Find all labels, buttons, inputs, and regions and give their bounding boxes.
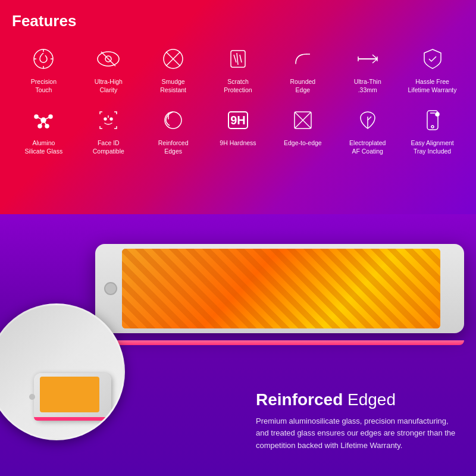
corner-device-screen xyxy=(40,377,99,412)
svg-point-0 xyxy=(34,49,53,68)
svg-line-8 xyxy=(234,55,236,62)
reinforced-icon xyxy=(158,105,189,136)
reinforced-heading-bold: Reinforced xyxy=(256,390,343,409)
alignment-label: Easy AlignmentTray Included xyxy=(411,139,453,155)
feature-smudge: SmudgeResistant xyxy=(142,41,205,96)
circle-inner xyxy=(0,305,123,439)
corner-device xyxy=(34,373,111,421)
svg-point-36 xyxy=(436,112,439,116)
touch-icon xyxy=(28,43,59,74)
svg-point-26 xyxy=(165,112,181,129)
phone-icon xyxy=(417,105,448,136)
svg-point-34 xyxy=(431,126,434,128)
rounded-label: RoundedEdge xyxy=(290,78,316,94)
svg-text:9H: 9H xyxy=(230,114,246,127)
features-row1: PrecisionTouch Ultra-HighClarity SmudgeR… xyxy=(12,41,464,96)
svg-line-9 xyxy=(237,53,238,65)
svg-point-24 xyxy=(110,118,112,120)
reinforced-heading-light: Edged xyxy=(343,390,396,409)
ipad-screen xyxy=(122,249,440,328)
scratch-icon xyxy=(223,43,253,74)
feature-ultrathin: Ultra-Thin.33mm xyxy=(336,41,399,96)
reinforced-description: Premium aluminosilicate glass, precision… xyxy=(256,415,458,452)
hassle-label: Hassle FreeLifetime Warranty xyxy=(408,78,457,94)
ultra-clarity-label: Ultra-HighClarity xyxy=(95,78,123,94)
smudge-icon xyxy=(158,43,189,74)
features-title: Features xyxy=(12,12,464,30)
alumino-label: AluminoSilicate Glass xyxy=(25,139,63,155)
edgetoedge-icon xyxy=(287,105,318,136)
ipad-screen-art xyxy=(122,249,440,328)
feature-edge: Edge-to-edge xyxy=(271,102,334,158)
corner-device-pink xyxy=(34,417,111,421)
corner-device-button xyxy=(29,394,35,400)
9h-icon: 9H xyxy=(223,105,253,136)
electroplated-label: ElectroplatedAF Coating xyxy=(349,139,386,155)
eye-icon xyxy=(93,43,124,74)
circle-magnifier xyxy=(0,303,125,440)
bottom-text-block: Reinforced Edged Premium aluminosilicate… xyxy=(256,390,458,452)
faceid-icon xyxy=(93,105,124,136)
molecule-icon xyxy=(28,105,59,136)
faceid-label: Face IDCompatible xyxy=(93,139,124,155)
svg-line-3 xyxy=(101,52,115,66)
precision-touch-label: PrecisionTouch xyxy=(31,78,57,94)
leaf-icon xyxy=(352,105,383,136)
edge-label: Edge-to-edge xyxy=(284,139,322,148)
smudge-label: SmudgeResistant xyxy=(160,78,186,94)
ipad-home-button xyxy=(104,282,117,295)
features-row2: AluminoSilicate Glass Face xyxy=(12,102,464,158)
feature-alignment: Easy AlignmentTray Included xyxy=(400,102,464,158)
app-container: Features PrecisionTouch Ultra-HighClarit… xyxy=(0,0,476,476)
9h-label: 9H Hardness xyxy=(220,139,256,148)
feature-9h: 9H 9H Hardness xyxy=(206,102,270,158)
feature-faceid: Face IDCompatible xyxy=(77,102,140,158)
svg-line-10 xyxy=(240,55,242,62)
ipad-body xyxy=(95,244,464,333)
feature-ultra-clarity: Ultra-HighClarity xyxy=(77,41,140,96)
feature-electroplated: ElectroplatedAF Coating xyxy=(336,102,399,158)
feature-scratch: ScratchProtection xyxy=(206,41,270,96)
svg-point-23 xyxy=(104,118,107,120)
feature-reinforced: ReinforcedEdges xyxy=(142,102,205,158)
thin-icon xyxy=(352,43,383,74)
feature-alumino: AluminoSilicate Glass xyxy=(12,102,76,158)
shield-icon xyxy=(417,43,448,74)
ipad-pink-edge xyxy=(95,340,464,345)
scratch-label: ScratchProtection xyxy=(224,78,252,94)
top-section: Features PrecisionTouch Ultra-HighClarit… xyxy=(0,0,476,214)
rounded-icon xyxy=(287,43,318,74)
feature-precision-touch: PrecisionTouch xyxy=(12,41,76,96)
reinforced-label: ReinforcedEdges xyxy=(158,139,189,155)
bottom-section: Reinforced Edged Premium aluminosilicate… xyxy=(0,214,476,476)
reinforced-heading: Reinforced Edged xyxy=(256,390,458,409)
ultrathin-label: Ultra-Thin.33mm xyxy=(354,78,381,94)
feature-rounded: RoundedEdge xyxy=(271,41,334,96)
feature-hassle: Hassle FreeLifetime Warranty xyxy=(400,41,464,96)
